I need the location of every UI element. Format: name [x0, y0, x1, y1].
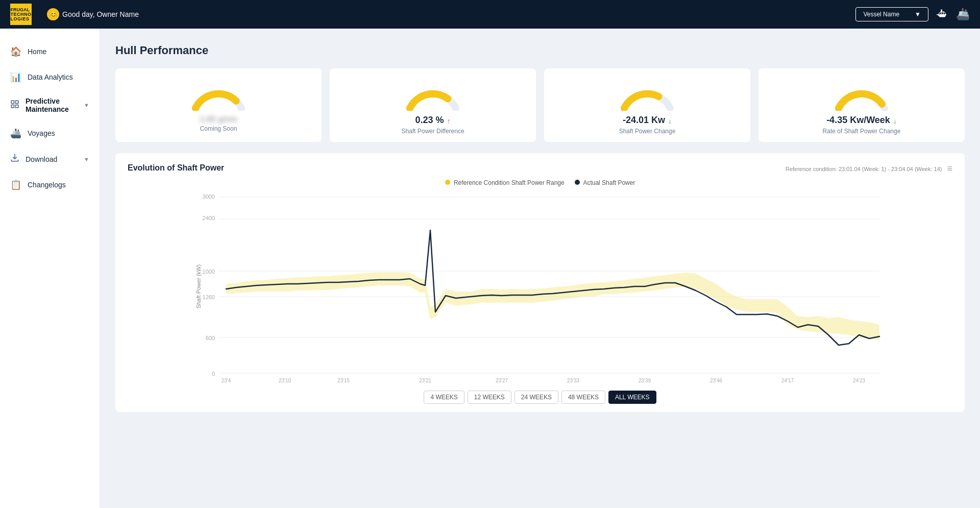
svg-rect-1: [16, 101, 18, 103]
sidebar-label-predictive: Predictive Maintenance: [26, 97, 78, 113]
svg-text:2400: 2400: [203, 215, 215, 221]
trend-arrow-down-1: ↓: [668, 117, 672, 125]
chart-ref: Reference condition: 23:01.04 (Week: 1) …: [786, 166, 942, 172]
sidebar-label-download: Download: [26, 155, 78, 163]
predictive-icon: [10, 100, 19, 111]
card-value-row-rate: -4.35 Kw/Week ↓: [826, 115, 897, 127]
svg-text:Shaft Power (kW): Shaft Power (kW): [195, 264, 202, 308]
page-title: Hull Performance: [115, 44, 965, 57]
download-chevron: ▼: [84, 156, 89, 162]
svg-text:23'39: 23'39: [639, 378, 651, 383]
analytics-icon: 📊: [10, 71, 21, 83]
chart-title: Evolution of Shaft Power: [128, 163, 224, 173]
card-value-coming-soon: 1.00 g/nm: [200, 115, 237, 124]
legend-label-actual: Actual Shaft Power: [583, 179, 635, 186]
sidebar-item-predictive-maintenance[interactable]: Predictive Maintenance ▼: [0, 90, 100, 120]
card-label-shaft-diff: Shaft Power Difference: [401, 128, 464, 135]
top-navigation: FRUGALTECHNOLOGIES 😊 Good day, Owner Nam…: [0, 0, 980, 29]
chart-card: Evolution of Shaft Power Reference condi…: [115, 153, 965, 412]
main-content: Hull Performance 1.00 g/nm Coming Soon: [100, 29, 980, 508]
greeting-section: 😊 Good day, Owner Name: [47, 8, 139, 20]
sidebar-label-analytics: Data Analytics: [28, 73, 89, 81]
trend-arrow-up: ↑: [447, 117, 451, 125]
sidebar-item-data-analytics[interactable]: 📊 Data Analytics: [0, 64, 100, 90]
svg-text:0: 0: [212, 371, 215, 377]
svg-text:23'46: 23'46: [710, 378, 723, 383]
card-value-rate: -4.35 Kw/Week: [826, 115, 890, 126]
btn-48-weeks[interactable]: 48 WEEKS: [561, 391, 605, 404]
logo-icon: FRUGALTECHNOLOGIES: [10, 4, 32, 25]
home-icon: 🏠: [10, 46, 21, 57]
card-rate-shaft-power: -4.35 Kw/Week ↓ Rate of Shaft Power Chan…: [758, 68, 965, 142]
chart-header: Evolution of Shaft Power Reference condi…: [128, 163, 952, 174]
card-label-shaft-change: Shaft Power Change: [619, 128, 676, 135]
chart-footer: 4 WEEKS 12 WEEKS 24 WEEKS 48 WEEKS ALL W…: [128, 391, 952, 404]
svg-text:24'17: 24'17: [781, 378, 794, 383]
legend-dot-actual: [575, 180, 580, 185]
sidebar-item-home[interactable]: 🏠 Home: [0, 39, 100, 64]
card-label-coming-soon: Coming Soon: [200, 125, 237, 132]
chart-svg: 3000 2400 1000 1260 600 0 Shaft Power (k…: [128, 189, 952, 383]
card-value-shaft-change: -24.01 Kw: [623, 115, 665, 126]
ship-icon-2[interactable]: 🚢: [956, 8, 970, 21]
svg-rect-0: [11, 101, 14, 103]
chart-menu-icon[interactable]: ≡: [947, 163, 952, 174]
logo: FRUGALTECHNOLOGIES: [10, 4, 32, 25]
sidebar-label-changelogs: Changelogs: [28, 181, 89, 189]
sidebar: 🏠 Home 📊 Data Analytics Predictive Maint…: [0, 29, 100, 508]
gauge-rate-shaft: [834, 78, 890, 111]
download-icon: [10, 153, 19, 165]
chart-wrapper: 3000 2400 1000 1260 600 0 Shaft Power (k…: [128, 189, 952, 383]
svg-rect-3: [11, 105, 14, 107]
svg-text:600: 600: [206, 335, 215, 341]
svg-text:23'15: 23'15: [337, 378, 350, 383]
gauge-coming-soon: [190, 78, 247, 111]
svg-text:23'21: 23'21: [419, 378, 432, 383]
greeting-text: Good day, Owner Name: [62, 10, 139, 18]
vessel-dropdown[interactable]: Vessel Name ▼: [855, 7, 928, 21]
gauge-shaft-power-change: [619, 78, 675, 111]
legend-label-reference: Reference Condition Shaft Power Range: [454, 179, 565, 186]
sidebar-item-changelogs[interactable]: 📋 Changelogs: [0, 172, 100, 198]
card-value-row-change: -24.01 Kw ↓: [623, 115, 672, 127]
ship-icon-1[interactable]: ⛴: [937, 8, 948, 21]
sidebar-item-download[interactable]: Download ▼: [0, 146, 100, 172]
cards-row: 1.00 g/nm Coming Soon 0.23 % ↑ Shaft Pow…: [115, 68, 965, 142]
btn-12-weeks[interactable]: 12 WEEKS: [468, 391, 511, 404]
topnav-right: Vessel Name ▼ ⛴ 🚢: [855, 7, 970, 21]
predictive-chevron: ▼: [84, 102, 89, 108]
svg-text:23'10: 23'10: [279, 378, 291, 383]
legend-dot-reference: [445, 180, 450, 185]
greeting-icon: 😊: [47, 8, 59, 20]
svg-text:3000: 3000: [203, 193, 215, 200]
sidebar-label-voyages: Voyages: [28, 129, 89, 137]
svg-text:1260: 1260: [203, 294, 215, 300]
card-label-rate: Rate of Shaft Power Change: [823, 128, 901, 135]
chart-legend: Reference Condition Shaft Power Range Ac…: [128, 179, 952, 186]
svg-text:23'33: 23'33: [567, 378, 580, 383]
voyages-icon: 🚢: [10, 128, 21, 139]
svg-text:24'23: 24'23: [853, 378, 866, 383]
btn-all-weeks[interactable]: ALL WEEKS: [608, 391, 656, 404]
btn-24-weeks[interactable]: 24 WEEKS: [514, 391, 558, 404]
card-shaft-power-change: -24.01 Kw ↓ Shaft Power Change: [544, 68, 750, 142]
trend-arrow-down-2: ↓: [893, 117, 897, 125]
btn-4-weeks[interactable]: 4 WEEKS: [424, 391, 464, 404]
card-shaft-power-diff: 0.23 % ↑ Shaft Power Difference: [330, 68, 536, 142]
sidebar-label-home: Home: [28, 47, 89, 56]
app-body: 🏠 Home 📊 Data Analytics Predictive Maint…: [0, 29, 980, 508]
gauge-shaft-power-diff: [405, 78, 461, 111]
svg-rect-2: [16, 105, 18, 107]
svg-text:1000: 1000: [203, 269, 215, 275]
svg-text:23'4: 23'4: [222, 378, 231, 383]
card-coming-soon: 1.00 g/nm Coming Soon: [115, 68, 322, 142]
card-value-shaft-diff: 0.23 %: [415, 115, 444, 126]
sidebar-item-voyages[interactable]: 🚢 Voyages: [0, 120, 100, 146]
changelogs-icon: 📋: [10, 179, 21, 190]
svg-text:23'27: 23'27: [496, 378, 508, 383]
card-value-row-diff: 0.23 % ↑: [415, 115, 450, 127]
